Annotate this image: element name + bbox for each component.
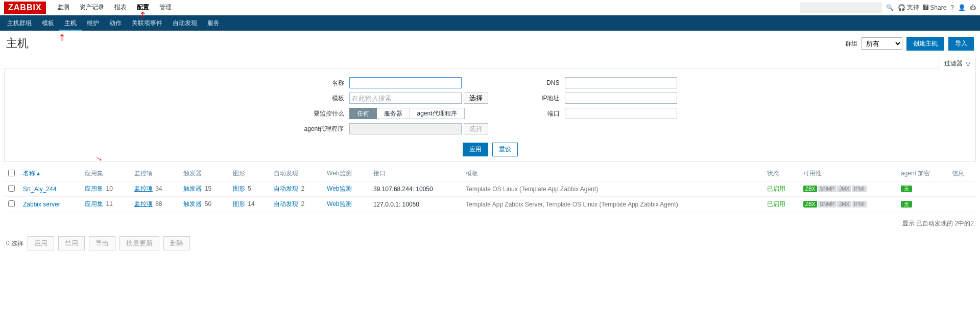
sub-nav: 主机群组模板主机维护动作关联项事件自动发现服务: [0, 15, 980, 31]
filter-monitored-label: 要监控什么: [303, 109, 349, 118]
topnav-item[interactable]: 报表: [109, 0, 132, 15]
page-header: 主机 群组 所有 创建主机 导入: [0, 31, 980, 56]
encryption-badge: 无: [901, 186, 912, 192]
top-bar: ZABBIX 监测资产记录报表配置管理 🔍 🎧支持 ZShare ? 👤 ⏻: [0, 0, 980, 15]
monitored-segmented: 任何 服务器 agent代理程序: [349, 108, 465, 119]
massupdate-button[interactable]: 批量更新: [119, 236, 159, 250]
topnav-item[interactable]: 配置: [132, 0, 154, 15]
col-status: 状态: [763, 166, 799, 181]
subnav-item[interactable]: 服务: [202, 15, 225, 31]
filter-template-label: 模板: [303, 94, 349, 103]
filter-icon: ▽: [966, 60, 970, 67]
discovery-link[interactable]: 自动发现: [274, 200, 298, 208]
avail-badge: JMX: [837, 201, 851, 208]
filter-tab[interactable]: 过滤器 ▽: [939, 57, 976, 71]
col-interface: 接口: [369, 166, 462, 181]
filter-proxy-label: agent代理程序: [303, 125, 349, 133]
apps-link[interactable]: 应用集: [85, 200, 103, 208]
filter-ip-input[interactable]: [565, 93, 677, 104]
subnav-item[interactable]: 动作: [104, 15, 127, 31]
col-items: 监控项: [130, 166, 180, 181]
col-triggers: 触发器: [179, 166, 229, 181]
template-select-button[interactable]: 选择: [464, 93, 488, 104]
create-host-button[interactable]: 创建主机: [906, 37, 944, 51]
host-name-link[interactable]: Zabbix server: [23, 201, 60, 208]
filter-apply-button[interactable]: 应用: [463, 143, 488, 156]
filter-dns-input[interactable]: [565, 77, 677, 88]
filter-proxy-input: [349, 123, 462, 134]
col-encryption: agent 加密: [897, 166, 948, 181]
subnav-item[interactable]: 自动发现: [168, 15, 202, 31]
avail-badge: IPMI: [852, 186, 867, 192]
apps-link[interactable]: 应用集: [85, 185, 103, 192]
subnav-item[interactable]: 维护: [82, 15, 104, 31]
triggers-link[interactable]: 触发器: [183, 200, 202, 208]
group-select[interactable]: 所有: [862, 37, 902, 50]
row-checkbox[interactable]: [8, 185, 15, 192]
select-all-checkbox[interactable]: [8, 170, 15, 176]
help-icon[interactable]: ?: [950, 4, 954, 11]
enable-button[interactable]: 启用: [28, 236, 54, 250]
col-availability: 可用性: [799, 166, 897, 181]
col-info: 信息: [948, 166, 976, 181]
seg-proxy[interactable]: agent代理程序: [410, 108, 465, 119]
web-link[interactable]: Web监测: [327, 200, 351, 208]
import-button[interactable]: 导入: [948, 37, 974, 51]
bottom-actions: 0 选择 启用 禁用 导出 批量更新 删除: [0, 231, 980, 256]
table-row: Srt_Aly_244 应用集 10 监控项 34 触发器 15 图形 5 自动…: [4, 181, 976, 197]
search-icon[interactable]: 🔍: [886, 4, 894, 11]
subnav-item[interactable]: 主机群组: [2, 15, 37, 31]
subnav-item[interactable]: 关联项事件: [127, 15, 168, 31]
graphs-link[interactable]: 图形: [233, 185, 245, 192]
logo: ZABBIX: [4, 2, 46, 14]
items-link[interactable]: 监控项: [134, 200, 153, 208]
topnav-item[interactable]: 资产记录: [75, 0, 109, 15]
encryption-badge: 无: [901, 201, 912, 208]
col-web: Web监测: [323, 166, 369, 181]
logout-icon[interactable]: ⏻: [970, 4, 976, 11]
subnav-item[interactable]: 模板: [37, 15, 59, 31]
web-link[interactable]: Web监测: [327, 185, 351, 192]
export-button[interactable]: 导出: [89, 236, 115, 250]
share-link[interactable]: ZShare: [923, 4, 946, 11]
top-nav: 监测资产记录报表配置管理: [52, 0, 177, 15]
user-icon[interactable]: 👤: [958, 4, 966, 11]
status-link[interactable]: 已启用: [767, 200, 785, 208]
col-templates: 模板: [462, 166, 762, 181]
avail-badge: IPMI: [852, 201, 867, 208]
filter-reset-button[interactable]: 重设: [492, 143, 518, 156]
topnav-item[interactable]: 管理: [154, 0, 177, 15]
availability-group: ZBXSNMPJMXIPMI: [803, 186, 893, 192]
seg-any[interactable]: 任何: [349, 108, 377, 119]
items-link[interactable]: 监控项: [134, 185, 153, 192]
discovery-link[interactable]: 自动发现: [274, 185, 298, 192]
proxy-select-button: 选择: [464, 123, 488, 134]
availability-group: ZBXSNMPJMXIPMI: [803, 201, 893, 208]
status-link[interactable]: 已启用: [767, 185, 785, 192]
info-cell: [948, 181, 976, 197]
graphs-link[interactable]: 图形: [233, 200, 245, 208]
host-name-link[interactable]: Srt_Aly_244: [23, 186, 56, 193]
disable-button[interactable]: 禁用: [58, 236, 85, 250]
avail-badge: SNMP: [818, 186, 836, 192]
filter-port-input[interactable]: [565, 108, 677, 119]
support-link[interactable]: 🎧支持: [898, 3, 919, 12]
filter-template-input[interactable]: [349, 93, 462, 104]
triggers-link[interactable]: 触发器: [183, 185, 202, 192]
table-row: Zabbix server 应用集 11 监控项 88 触发器 50 图形 14…: [4, 197, 976, 212]
avail-badge: ZBX: [803, 201, 817, 208]
col-name[interactable]: 名称 ▴: [19, 166, 81, 181]
interface-cell: 127.0.0.1: 10050: [369, 197, 462, 212]
delete-button[interactable]: 删除: [163, 236, 190, 250]
search-input[interactable]: [800, 2, 882, 13]
row-checkbox[interactable]: [8, 200, 15, 207]
topnav-item[interactable]: 监测: [52, 0, 75, 15]
filter-ip-label: IP地址: [519, 94, 565, 103]
interface-cell: 39.107.68.244: 10050: [369, 181, 462, 197]
templates-cell: Template App Zabbix Server, Template OS …: [462, 197, 762, 212]
subnav-item[interactable]: 主机: [59, 15, 82, 31]
filter-name-input[interactable]: [349, 77, 462, 88]
templates-cell: Template OS Linux (Template App Zabbix A…: [462, 181, 762, 197]
seg-server[interactable]: 服务器: [377, 108, 410, 119]
hosts-table: 名称 ▴ 应用集 监控项 触发器 图形 自动发现 Web监测 接口 模板 状态 …: [4, 166, 976, 212]
